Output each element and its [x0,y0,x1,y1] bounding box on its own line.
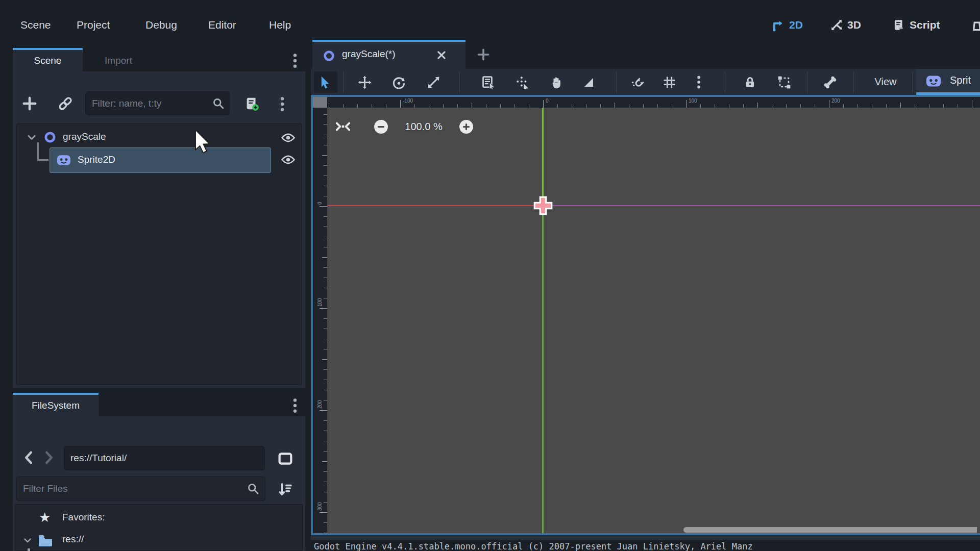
plus-icon [462,123,470,131]
node-name: Sprite2D [78,154,115,165]
tree-row-grayscale[interactable]: grayScale [17,127,302,147]
group-icon [777,76,791,89]
move-tool-button[interactable] [353,71,376,93]
menu-debug[interactable]: Debug [145,17,177,33]
collapse-chevron-icon[interactable] [26,132,37,143]
x-axis-negative-line [327,205,542,206]
assetlib-icon-partial[interactable] [973,18,980,32]
hruler-label: 200 [831,98,840,104]
toolbar-separator [459,71,460,93]
workspace-3d-label: 3D [847,19,861,31]
view-menu-label: View [875,76,897,88]
pivot-tool-button[interactable] [511,71,533,93]
scale-tool-button[interactable] [422,71,445,93]
vertical-ruler: 0 100 200 300 [313,108,327,533]
tab-filesystem[interactable]: FileSystem [13,393,99,416]
scene-tab-grayscale[interactable]: grayScale(*) [312,40,465,69]
skeleton-options-button[interactable] [819,71,841,93]
tab-import[interactable]: Import [83,50,154,71]
search-icon [212,97,225,110]
history-back-icon[interactable] [23,450,34,465]
search-icon [247,483,259,495]
hruler-label: 0 [546,98,549,104]
filesystem-body: ★ Favorites: res:// [13,416,305,551]
zoom-percent[interactable]: 100.0 % [398,121,449,133]
ruler-corner [313,97,327,108]
ruler-tool-icon [582,76,596,89]
close-icon[interactable] [436,49,447,61]
file-filter-input[interactable] [16,477,265,501]
add-scene-tab-icon[interactable] [477,48,490,61]
toolbar-separator [616,71,617,93]
rotate-tool-button[interactable] [387,71,410,93]
context-tab-sprite2d[interactable]: Sprit [916,69,980,95]
view-menu-button[interactable]: View [862,69,909,95]
pan-tool-button[interactable] [545,71,567,93]
2d-icon [772,18,785,32]
lock-button[interactable] [739,71,761,93]
menu-editor[interactable]: Editor [208,17,236,33]
context-tab-label: Sprit [950,74,971,86]
canvas-toolbar: View Sprit [311,69,980,95]
center-view-icon[interactable] [335,119,351,134]
visibility-icon[interactable] [281,133,295,143]
canvas-2d[interactable]: 100.0 % [327,108,980,533]
scene-filter-input[interactable] [85,91,230,115]
snap-options-button[interactable] [693,71,705,93]
ruler-tool-button[interactable] [577,71,600,93]
rotate-tool-icon [392,76,406,89]
menu-help[interactable]: Help [269,17,291,33]
attach-script-icon[interactable] [244,96,259,111]
hruler-label: -100 [403,98,413,104]
tree-guide-line [37,159,48,161]
workspace-script-label: Script [910,19,940,31]
file-sort-icon[interactable] [277,482,292,497]
folder-icon [38,534,53,547]
scene-tree-options-icon[interactable] [279,95,286,113]
tree-row-sprite2d-selected[interactable]: Sprite2D [50,147,271,173]
group-button[interactable] [773,71,795,93]
godot-editor-window: Scene Project Debug Editor Help 2D 3D [0,0,980,551]
menu-project[interactable]: Project [77,17,110,33]
script-icon [892,18,905,32]
file-tree: ★ Favorites: res:// [15,504,303,551]
workspace-script-button[interactable]: Script [892,17,940,33]
workspace-3d-button[interactable]: 3D [830,17,861,33]
zoom-controls: 100.0 % [335,119,473,134]
history-forward-icon[interactable] [43,450,55,465]
workspace-2d-button[interactable]: 2D [772,17,803,33]
split-mode-icon[interactable] [278,452,292,465]
sprite2d-icon [925,74,942,88]
select-tool-button[interactable] [314,71,337,93]
grid-snap-icon [663,76,676,89]
zoom-out-button[interactable] [374,120,388,134]
sprite2d-icon [56,154,71,167]
3d-icon [830,18,843,32]
viewport-frame: -100 0 100 200 0 100 200 300 [311,95,980,535]
instance-scene-icon[interactable] [58,96,73,111]
scene-dock-menu-icon[interactable] [291,52,299,69]
filesystem-dock: FileSystem [13,393,305,551]
add-node-icon[interactable] [22,96,37,111]
x-axis-positive-line [544,205,980,206]
favorites-row[interactable]: ★ Favorites: [15,509,301,527]
list-select-tool-button[interactable] [477,71,500,93]
current-path-field[interactable] [64,446,265,470]
vruler-label: 0 [317,193,323,205]
favorites-label: Favorites: [62,512,105,523]
canvas-hscrollbar[interactable] [683,527,977,533]
output-panel[interactable]: Godot Engine v4.4.1.stable.mono.official… [311,540,980,551]
smart-snap-button[interactable] [626,71,649,93]
folder-row-res[interactable]: res:// [15,531,301,549]
output-log-line: Godot Engine v4.4.1.stable.mono.official… [314,541,753,551]
grid-snap-button[interactable] [658,71,680,93]
collapse-chevron-icon[interactable] [22,535,33,545]
filesystem-menu-icon[interactable] [291,397,299,414]
tab-scene[interactable]: Scene [13,48,83,71]
toolbar-separator [912,71,913,93]
node-position-cross [531,194,555,217]
menu-scene[interactable]: Scene [20,17,51,33]
zoom-in-button[interactable] [459,120,473,134]
mouse-cursor [193,129,213,154]
visibility-icon[interactable] [281,155,295,165]
